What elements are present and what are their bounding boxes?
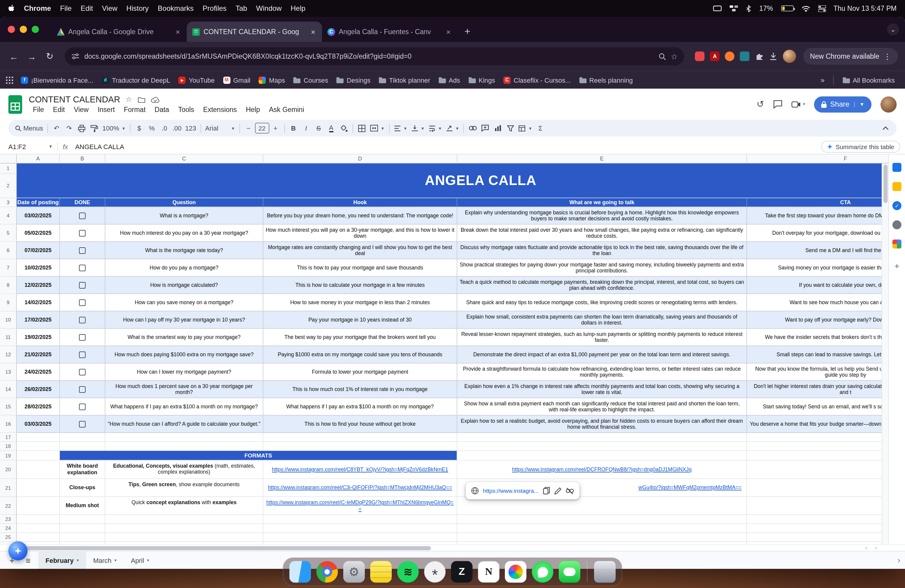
checkbox-row-7[interactable] <box>79 264 86 271</box>
cell-F21[interactable] <box>747 479 905 497</box>
cell-A8[interactable]: 12/02/2025 <box>17 277 60 294</box>
row-header-5[interactable]: 5 <box>0 224 17 242</box>
contacts-icon[interactable] <box>892 220 902 229</box>
print-button[interactable] <box>75 122 88 135</box>
cell-F7[interactable]: Saving money on your mortgage is easier … <box>747 259 905 277</box>
link-url[interactable]: https://www.instagra... <box>483 488 539 494</box>
apps-grid-icon[interactable] <box>6 76 13 84</box>
row-header-10[interactable]: 10 <box>0 311 17 329</box>
remove-link-icon[interactable] <box>566 487 574 494</box>
cell-B8[interactable] <box>60 277 105 294</box>
sheets-menu-ask-gemini[interactable]: Ask Gemini <box>265 105 308 114</box>
sheets-menu-tools[interactable]: Tools <box>174 105 198 114</box>
cell-B5[interactable] <box>60 224 105 242</box>
bookmark-youtube[interactable]: YouTube <box>175 75 219 85</box>
checkbox-row-13[interactable] <box>79 369 86 375</box>
sheets-menu-insert[interactable]: Insert <box>94 105 119 114</box>
column-header-F[interactable]: F <box>747 154 905 164</box>
cell-F12[interactable]: Small steps can lead to massive savings.… <box>747 346 905 364</box>
cell-D8[interactable]: This is how to calculate your mortgage i… <box>264 277 457 294</box>
maps-icon[interactable] <box>892 240 902 248</box>
cell-A25[interactable] <box>17 533 60 542</box>
side-panel-toggle-icon[interactable]: › <box>897 556 900 565</box>
cell-E26[interactable] <box>457 542 747 544</box>
table-header-date-of-posting[interactable]: Date of posting <box>17 198 60 207</box>
cell-D20[interactable]: https://www.instagram.com/reel/C8YBT_kOj… <box>264 461 457 479</box>
row-header-7[interactable]: 7 <box>0 259 17 277</box>
cell-A20[interactable] <box>17 461 60 479</box>
bookmark-ads[interactable]: Ads <box>434 75 464 85</box>
menubar-item-edit[interactable]: Edit <box>81 4 93 13</box>
column-header-E[interactable]: E <box>457 154 747 164</box>
cell-F6[interactable]: Send me a DM and I will find the b <box>747 242 905 259</box>
cell-B13[interactable] <box>60 364 105 381</box>
format-currency-button[interactable]: $ <box>133 122 145 135</box>
meet-icon[interactable]: ▾ <box>791 101 805 108</box>
checkbox-row-5[interactable] <box>79 230 86 236</box>
extensions-puzzle-icon[interactable] <box>755 52 764 61</box>
horizontal-scroll-thumb[interactable] <box>18 546 431 550</box>
cell-B12[interactable] <box>60 346 105 364</box>
row-header-8[interactable]: 8 <box>0 277 17 294</box>
document-title[interactable]: CONTENT CALENDAR <box>29 95 120 104</box>
cell-A17[interactable] <box>17 433 60 442</box>
cell-C10[interactable]: How can I pay off my 30 year mortgage in… <box>105 311 264 329</box>
cell-E10[interactable]: Explain how small, consistent extra paym… <box>457 311 747 329</box>
cell-C7[interactable]: How do you pay a mortgage? <box>105 259 264 277</box>
cell-E7[interactable]: Show practical strategies for paying dow… <box>457 259 747 277</box>
cell-C4[interactable]: What is a mortgage? <box>105 207 264 224</box>
cell-C8[interactable]: How is mortgage calculated? <box>105 277 264 294</box>
cell-B20[interactable]: White board explanation <box>60 461 105 479</box>
cell-A19[interactable] <box>17 451 60 461</box>
cell-D17[interactable] <box>264 433 457 442</box>
text-color-button[interactable]: A <box>325 122 338 135</box>
cell-D26[interactable] <box>264 542 457 544</box>
cell-A18[interactable] <box>17 442 60 451</box>
bookmark-traductor-de-deepl[interactable]: Traductor de DeepL <box>98 75 175 85</box>
cell-B22[interactable]: Medium shot <box>60 497 105 515</box>
cell-B9[interactable] <box>60 294 105 311</box>
menubar-item-bookmarks[interactable]: Bookmarks <box>158 4 194 13</box>
row-header-9[interactable]: 9 <box>0 294 17 311</box>
vertical-scrollbar[interactable] <box>882 164 888 544</box>
horizontal-scrollbar[interactable]: ‹ › <box>0 544 905 551</box>
borders-button[interactable] <box>356 122 368 135</box>
extension-icon[interactable] <box>740 51 750 61</box>
row-header-23[interactable]: 23 <box>0 515 17 524</box>
cell-F16[interactable]: You deserve a home that fits your budge … <box>747 416 905 433</box>
photos-dock-icon[interactable] <box>505 561 526 583</box>
font-size-field[interactable]: 22 <box>255 123 269 133</box>
banner-cell[interactable]: ANGELA CALLA <box>17 164 905 198</box>
insert-link-button[interactable] <box>467 122 479 135</box>
row-header-14[interactable]: 14 <box>0 381 17 398</box>
scroll-arrows[interactable]: ‹ › <box>865 544 880 551</box>
cell-F8[interactable]: If you want to calculate your own, downl <box>747 277 905 294</box>
cell-E18[interactable] <box>457 442 747 451</box>
cell-D24[interactable] <box>264 524 457 533</box>
strikethrough-button[interactable]: S <box>313 122 325 135</box>
cell-D14[interactable]: This is how much cost 1% of interest rat… <box>264 381 457 398</box>
fill-color-button[interactable] <box>338 122 350 135</box>
notion-dock-icon[interactable] <box>478 561 500 583</box>
cell-A6[interactable]: 07/02/2025 <box>17 242 60 259</box>
cell-B26[interactable] <box>60 542 105 544</box>
cell-D10[interactable]: Pay your mortgage in 10 years instead of… <box>264 311 457 329</box>
table-header-cta[interactable]: CTA <box>747 198 905 207</box>
keep-icon[interactable] <box>892 182 902 191</box>
share-dropdown-icon[interactable]: ▼ <box>854 102 864 107</box>
edit-link-icon[interactable] <box>554 487 561 494</box>
chatgpt-dock-icon[interactable] <box>424 561 446 583</box>
maximize-window-button[interactable] <box>32 26 39 33</box>
cell-F13[interactable]: Now that you know the formula, let us he… <box>747 364 905 381</box>
address-bar[interactable]: docs.google.com/spreadsheets/d/1aSrMUSAm… <box>65 47 684 65</box>
increase-decimals-button[interactable]: .00 <box>171 122 183 135</box>
checkbox-row-16[interactable] <box>79 421 86 427</box>
row-header-3[interactable]: 3 <box>0 198 17 207</box>
apple-menu-icon[interactable] <box>8 5 15 12</box>
minimize-window-button[interactable] <box>20 26 27 33</box>
table-header-hook[interactable]: Hook <box>264 198 457 207</box>
name-box[interactable]: A1:F2 ▼ <box>8 143 53 150</box>
select-all-corner[interactable] <box>0 154 17 164</box>
name-box-dropdown-icon[interactable]: ▼ <box>49 144 53 148</box>
cell-F4[interactable]: Take the first step toward your dream ho… <box>747 207 905 224</box>
